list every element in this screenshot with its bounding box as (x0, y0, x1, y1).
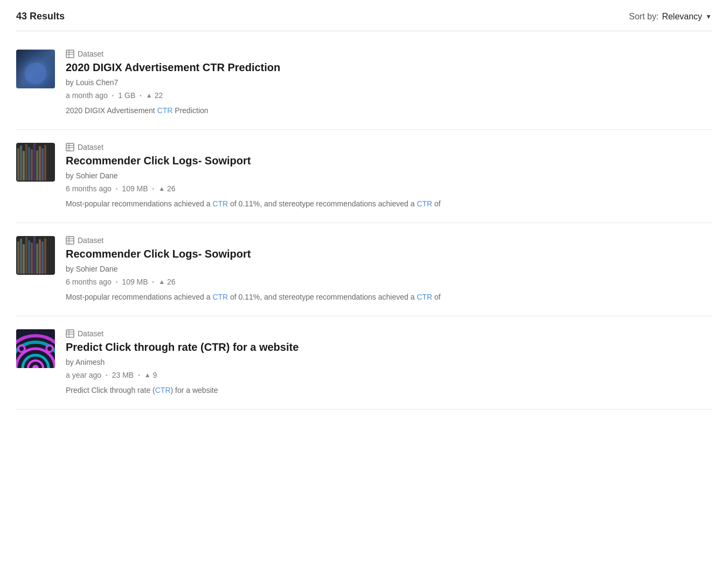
result-thumbnail[interactable] (16, 329, 55, 368)
result-meta: a year ago • 23 MB • ▲ 9 (66, 371, 712, 379)
vote-container: ▲ 9 (144, 371, 157, 379)
dataset-type: Dataset (66, 236, 712, 245)
result-author: by Animesh (66, 358, 712, 366)
svg-rect-0 (66, 50, 74, 58)
result-content: Dataset 2020 DIGIX Advertisement CTR Pre… (66, 50, 712, 116)
svg-rect-8 (66, 237, 74, 244)
svg-rect-4 (66, 143, 74, 151)
ctr-link-2[interactable]: CTR (417, 199, 432, 208)
meta-dot: • (152, 279, 155, 285)
type-label: Dataset (78, 50, 103, 58)
upvote-icon: ▲ (158, 185, 165, 192)
result-description: 2020 DIGIX Advertisement CTR Prediction (66, 105, 712, 116)
ctr-link[interactable]: CTR (212, 293, 228, 301)
result-title[interactable]: Recommender Click Logs- Sowiport (66, 248, 712, 260)
vote-container: ▲ 26 (158, 184, 175, 193)
file-size: 109 MB (122, 278, 148, 286)
result-item: Dataset Recommender Click Logs- Sowiport… (16, 130, 712, 223)
svg-rect-23 (66, 330, 74, 337)
result-item: Dataset Recommender Click Logs- Sowiport… (16, 223, 712, 316)
result-content: Dataset Recommender Click Logs- Sowiport… (66, 143, 712, 210)
result-author: by Sohier Dane (66, 171, 712, 180)
result-title[interactable]: Predict Click through rate (CTR) for a w… (66, 341, 712, 354)
ctr-link[interactable]: CTR (212, 199, 228, 208)
time-ago: 6 months ago (66, 278, 112, 286)
time-ago: 6 months ago (66, 184, 112, 193)
time-ago: a year ago (66, 371, 101, 379)
result-author: by Sohier Dane (66, 265, 712, 273)
dataset-type: Dataset (66, 50, 712, 58)
time-ago: a month ago (66, 91, 108, 100)
file-size: 109 MB (122, 184, 148, 193)
result-meta: a month ago • 1 GB • ▲ 22 (66, 91, 712, 100)
ctr-link[interactable]: CTR (157, 106, 173, 115)
type-label: Dataset (78, 329, 103, 338)
type-label: Dataset (78, 236, 103, 245)
page-container: 43 Results Sort by: Relevancy ▼ (0, 0, 728, 420)
sort-container: Sort by: Relevancy ▼ (629, 12, 712, 22)
table-icon (66, 143, 74, 151)
ctr-link[interactable]: CTR (155, 386, 171, 394)
result-description: Predict Click through rate (CTR) for a w… (66, 385, 712, 396)
table-icon (66, 50, 74, 58)
upvote-icon: ▲ (158, 278, 165, 286)
upvote-icon: ▲ (144, 371, 151, 379)
upvote-icon: ▲ (146, 92, 152, 99)
svg-point-22 (47, 347, 52, 351)
result-description: Most-popular recommendations achieved a … (66, 292, 712, 303)
result-meta: 6 months ago • 109 MB • ▲ 26 (66, 184, 712, 193)
dataset-type: Dataset (66, 329, 712, 338)
header-bar: 43 Results Sort by: Relevancy ▼ (16, 11, 712, 31)
meta-dot: • (152, 186, 155, 192)
result-content: Dataset Recommender Click Logs- Sowiport… (66, 236, 712, 303)
meta-dot: • (116, 279, 118, 285)
vote-container: ▲ 26 (158, 278, 175, 286)
sort-label: Sort by: (629, 12, 658, 22)
vote-count: 22 (155, 91, 163, 100)
result-author: by Louis Chen7 (66, 78, 712, 87)
meta-dot: • (106, 372, 108, 378)
file-size: 1 GB (118, 91, 135, 100)
svg-point-21 (19, 347, 24, 351)
ctr-link-2[interactable]: CTR (417, 293, 432, 301)
result-thumbnail[interactable] (16, 50, 55, 88)
vote-count: 26 (167, 278, 176, 286)
vote-count: 26 (167, 184, 176, 193)
result-meta: 6 months ago • 109 MB • ▲ 26 (66, 278, 712, 286)
table-icon (66, 329, 74, 338)
file-size: 23 MB (112, 371, 134, 379)
meta-dot: • (140, 93, 142, 99)
vote-count: 9 (153, 371, 157, 379)
table-icon (66, 236, 74, 245)
result-content: Dataset Predict Click through rate (CTR)… (66, 329, 712, 396)
result-item: Dataset 2020 DIGIX Advertisement CTR Pre… (16, 37, 712, 130)
type-label: Dataset (78, 143, 103, 151)
dataset-type: Dataset (66, 143, 712, 151)
sort-dropdown[interactable]: Relevancy ▼ (662, 12, 712, 22)
meta-dot: • (112, 93, 114, 99)
chevron-down-icon: ▼ (705, 13, 712, 20)
result-title[interactable]: Recommender Click Logs- Sowiport (66, 155, 712, 167)
sort-value: Relevancy (662, 12, 702, 22)
vote-container: ▲ 22 (146, 91, 163, 100)
result-title[interactable]: 2020 DIGIX Advertisement CTR Prediction (66, 61, 712, 74)
results-list: Dataset 2020 DIGIX Advertisement CTR Pre… (16, 37, 712, 410)
result-thumbnail[interactable] (16, 143, 55, 182)
result-description: Most-popular recommendations achieved a … (66, 198, 712, 210)
meta-dot: • (138, 372, 140, 378)
result-thumbnail[interactable] (16, 236, 55, 275)
results-count: 43 Results (16, 11, 65, 22)
result-item: Dataset Predict Click through rate (CTR)… (16, 316, 712, 410)
meta-dot: • (116, 186, 118, 192)
